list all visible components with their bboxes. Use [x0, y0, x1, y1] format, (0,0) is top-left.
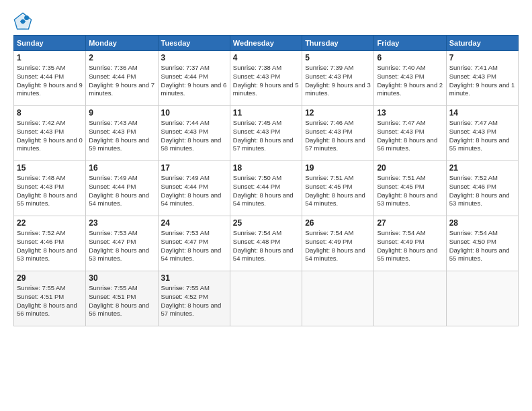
day-cell-20: 20 Sunrise: 7:51 AM Sunset: 4:45 PM Dayl… — [374, 161, 446, 216]
daylight-label: Daylight: 8 hours and 53 minutes. — [17, 246, 77, 263]
day-cell-30: 30 Sunrise: 7:55 AM Sunset: 4:51 PM Dayl… — [86, 271, 158, 326]
week-row-1: 1 Sunrise: 7:35 AM Sunset: 4:44 PM Dayli… — [14, 51, 519, 106]
week-row-5: 29 Sunrise: 7:55 AM Sunset: 4:51 PM Dayl… — [14, 271, 519, 326]
day-number: 17 — [161, 163, 227, 173]
day-info: Sunrise: 7:55 AM Sunset: 4:51 PM Dayligh… — [17, 284, 83, 318]
day-number: 29 — [17, 273, 83, 283]
empty-cell — [302, 271, 374, 326]
sunrise-label: Sunrise: 7:54 AM — [449, 229, 498, 236]
day-number: 14 — [449, 108, 515, 118]
sunset-label: Sunset: 4:43 PM — [17, 128, 64, 135]
daylight-label: Daylight: 9 hours and 0 minutes. — [17, 136, 83, 152]
day-cell-1: 1 Sunrise: 7:35 AM Sunset: 4:44 PM Dayli… — [14, 51, 86, 106]
sunset-label: Sunset: 4:44 PM — [161, 73, 208, 80]
weekday-header-row: SundayMondayTuesdayWednesdayThursdayFrid… — [14, 36, 519, 51]
day-number: 15 — [17, 163, 83, 173]
day-number: 13 — [377, 108, 443, 118]
day-cell-18: 18 Sunrise: 7:50 AM Sunset: 4:44 PM Dayl… — [230, 161, 302, 216]
sunrise-label: Sunrise: 7:43 AM — [89, 119, 137, 126]
day-info: Sunrise: 7:42 AM Sunset: 4:43 PM Dayligh… — [17, 119, 83, 153]
sunset-label: Sunset: 4:44 PM — [233, 183, 280, 190]
day-cell-19: 19 Sunrise: 7:51 AM Sunset: 4:45 PM Dayl… — [302, 161, 374, 216]
day-cell-5: 5 Sunrise: 7:39 AM Sunset: 4:43 PM Dayli… — [302, 51, 374, 106]
day-cell-29: 29 Sunrise: 7:55 AM Sunset: 4:51 PM Dayl… — [14, 271, 86, 326]
daylight-label: Daylight: 8 hours and 53 minutes. — [89, 246, 149, 263]
daylight-label: Daylight: 8 hours and 53 minutes. — [449, 191, 510, 208]
day-cell-25: 25 Sunrise: 7:54 AM Sunset: 4:48 PM Dayl… — [230, 216, 302, 271]
sunset-label: Sunset: 4:49 PM — [305, 238, 352, 245]
sunrise-label: Sunrise: 7:54 AM — [377, 229, 425, 236]
empty-cell — [374, 271, 446, 326]
empty-cell — [230, 271, 302, 326]
day-number: 20 — [377, 163, 443, 173]
day-cell-26: 26 Sunrise: 7:54 AM Sunset: 4:49 PM Dayl… — [302, 216, 374, 271]
daylight-label: Daylight: 8 hours and 55 minutes. — [377, 246, 437, 263]
day-cell-8: 8 Sunrise: 7:42 AM Sunset: 4:43 PM Dayli… — [14, 106, 86, 161]
day-number: 5 — [305, 53, 371, 62]
day-number: 28 — [449, 218, 515, 228]
day-info: Sunrise: 7:41 AM Sunset: 4:43 PM Dayligh… — [449, 64, 515, 98]
sunset-label: Sunset: 4:43 PM — [449, 73, 496, 80]
day-info: Sunrise: 7:54 AM Sunset: 4:50 PM Dayligh… — [449, 229, 515, 263]
logo-icon — [13, 12, 32, 31]
day-info: Sunrise: 7:35 AM Sunset: 4:44 PM Dayligh… — [17, 64, 83, 98]
daylight-label: Daylight: 9 hours and 5 minutes. — [233, 81, 299, 97]
sunrise-label: Sunrise: 7:49 AM — [89, 174, 137, 181]
sunset-label: Sunset: 4:44 PM — [89, 183, 136, 190]
daylight-label: Daylight: 8 hours and 54 minutes. — [305, 246, 365, 263]
sunset-label: Sunset: 4:43 PM — [305, 73, 352, 80]
daylight-label: Daylight: 8 hours and 57 minutes. — [161, 302, 222, 318]
daylight-label: Daylight: 8 hours and 59 minutes. — [89, 136, 149, 152]
header — [13, 12, 519, 31]
sunrise-label: Sunrise: 7:36 AM — [89, 64, 137, 71]
day-cell-17: 17 Sunrise: 7:49 AM Sunset: 4:44 PM Dayl… — [158, 161, 230, 216]
day-cell-3: 3 Sunrise: 7:37 AM Sunset: 4:44 PM Dayli… — [158, 51, 230, 106]
weekday-header-thursday: Thursday — [302, 36, 374, 51]
sunrise-label: Sunrise: 7:52 AM — [17, 229, 65, 236]
sunrise-label: Sunrise: 7:53 AM — [89, 229, 137, 236]
sunset-label: Sunset: 4:43 PM — [17, 183, 64, 190]
sunrise-label: Sunrise: 7:52 AM — [449, 174, 498, 181]
daylight-label: Daylight: 8 hours and 57 minutes. — [305, 136, 365, 152]
sunset-label: Sunset: 4:43 PM — [449, 128, 496, 135]
sunset-label: Sunset: 4:43 PM — [233, 128, 280, 135]
day-number: 26 — [305, 218, 371, 228]
sunset-label: Sunset: 4:44 PM — [161, 183, 208, 190]
day-number: 1 — [17, 53, 83, 62]
weekday-header-saturday: Saturday — [446, 36, 518, 51]
weekday-header-monday: Monday — [86, 36, 158, 51]
day-cell-12: 12 Sunrise: 7:46 AM Sunset: 4:43 PM Dayl… — [302, 106, 374, 161]
day-info: Sunrise: 7:37 AM Sunset: 4:44 PM Dayligh… — [161, 64, 227, 98]
day-number: 16 — [89, 163, 154, 173]
day-info: Sunrise: 7:49 AM Sunset: 4:44 PM Dayligh… — [161, 174, 227, 208]
sunrise-label: Sunrise: 7:50 AM — [233, 174, 281, 181]
sunrise-label: Sunrise: 7:55 AM — [89, 284, 137, 291]
calendar-table: SundayMondayTuesdayWednesdayThursdayFrid… — [13, 35, 519, 326]
sunrise-label: Sunrise: 7:53 AM — [161, 229, 210, 236]
sunset-label: Sunset: 4:43 PM — [377, 128, 424, 135]
day-number: 27 — [377, 218, 443, 228]
sunset-label: Sunset: 4:49 PM — [377, 238, 424, 245]
day-cell-10: 10 Sunrise: 7:44 AM Sunset: 4:43 PM Dayl… — [158, 106, 230, 161]
day-cell-23: 23 Sunrise: 7:53 AM Sunset: 4:47 PM Dayl… — [86, 216, 158, 271]
day-info: Sunrise: 7:40 AM Sunset: 4:43 PM Dayligh… — [377, 64, 443, 98]
day-cell-4: 4 Sunrise: 7:38 AM Sunset: 4:43 PM Dayli… — [230, 51, 302, 106]
sunset-label: Sunset: 4:48 PM — [233, 238, 280, 245]
day-info: Sunrise: 7:53 AM Sunset: 4:47 PM Dayligh… — [89, 229, 154, 263]
day-cell-14: 14 Sunrise: 7:47 AM Sunset: 4:43 PM Dayl… — [446, 106, 518, 161]
day-number: 25 — [233, 218, 299, 228]
day-cell-11: 11 Sunrise: 7:45 AM Sunset: 4:43 PM Dayl… — [230, 106, 302, 161]
day-info: Sunrise: 7:55 AM Sunset: 4:51 PM Dayligh… — [89, 284, 154, 318]
daylight-label: Daylight: 8 hours and 54 minutes. — [305, 191, 365, 208]
day-info: Sunrise: 7:36 AM Sunset: 4:44 PM Dayligh… — [89, 64, 154, 98]
sunset-label: Sunset: 4:44 PM — [17, 73, 64, 80]
sunrise-label: Sunrise: 7:39 AM — [305, 64, 353, 71]
sunset-label: Sunset: 4:52 PM — [161, 293, 208, 300]
day-number: 3 — [161, 53, 227, 62]
day-info: Sunrise: 7:45 AM Sunset: 4:43 PM Dayligh… — [233, 119, 299, 153]
sunset-label: Sunset: 4:43 PM — [161, 128, 208, 135]
daylight-label: Daylight: 8 hours and 56 minutes. — [89, 302, 149, 318]
day-cell-2: 2 Sunrise: 7:36 AM Sunset: 4:44 PM Dayli… — [86, 51, 158, 106]
sunset-label: Sunset: 4:47 PM — [161, 238, 208, 245]
week-row-4: 22 Sunrise: 7:52 AM Sunset: 4:46 PM Dayl… — [14, 216, 519, 271]
